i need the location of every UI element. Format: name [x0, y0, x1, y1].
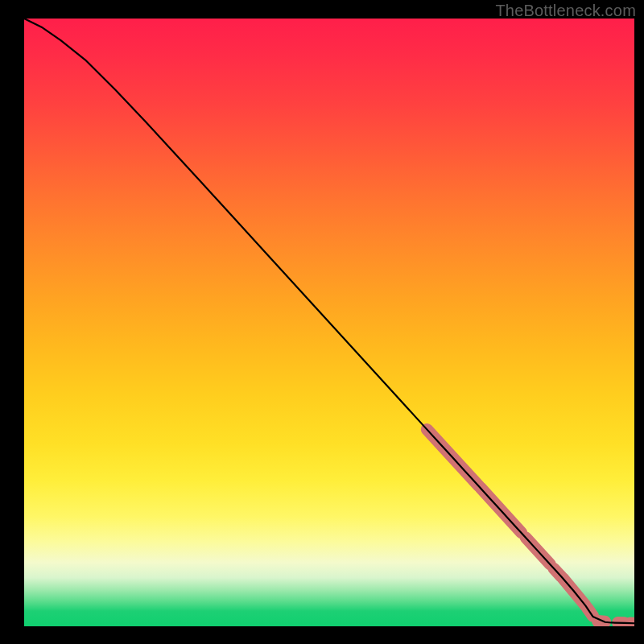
- dot-cluster: [526, 538, 550, 564]
- main-curve: [24, 19, 634, 623]
- dot-cluster: [554, 568, 561, 576]
- plot-area: [24, 19, 634, 626]
- dot-cluster: [588, 608, 593, 616]
- chart-stage: TheBottleneck.com: [0, 0, 644, 644]
- dot-cluster-group: [427, 429, 634, 623]
- dot-cluster: [427, 429, 478, 485]
- curve-layer: [24, 19, 634, 626]
- dot-cluster: [481, 488, 522, 533]
- dot-cluster: [563, 578, 585, 605]
- dot-cluster: [598, 621, 605, 622]
- attribution-text: TheBottleneck.com: [495, 2, 636, 20]
